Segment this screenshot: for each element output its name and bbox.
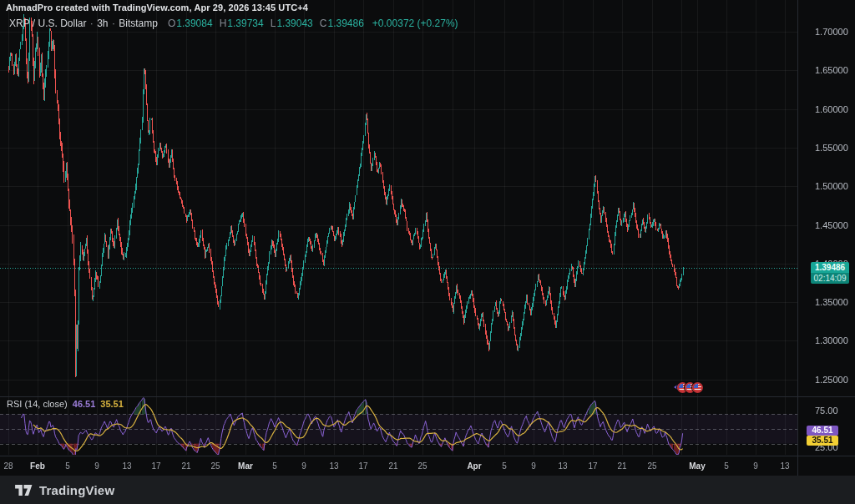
price-axis[interactable]: 1.700001.650001.600001.550001.500001.450… [797,0,855,476]
tradingview-brand[interactable]: TradingView [39,483,114,497]
legend-separator: · [89,18,94,29]
open-value: 1.39084 [176,18,212,29]
tradingview-logo-icon[interactable] [14,483,33,497]
price-tick-label: 1.30000 [815,335,848,345]
last-price-badge: 1.39486 02:14:09 [811,262,849,284]
time-axis[interactable]: 28Feb5913172125Mar5913172125Apr591317212… [0,456,855,476]
time-tick-label: 13 [329,461,338,471]
us-flag-event-icon[interactable] [692,382,703,393]
time-month-label: Mar [238,461,253,471]
time-tick-label: 13 [780,461,789,471]
footer-bar: TradingView [0,476,855,504]
time-tick-label: 28 [3,461,13,471]
price-tick-label: 1.65000 [815,65,848,75]
price-tick-label: 1.55000 [815,143,848,153]
interval-label: 3h [97,18,108,29]
price-tick-label: 1.35000 [815,297,848,307]
time-tick-label: 13 [558,461,567,471]
price-tick-label: 1.25000 [815,375,848,385]
chart-root: AhmadPro created with TradingView.com, A… [0,0,855,504]
ohlc-values: O1.39084 H1.39734 L1.39043 C1.39486 +0.0… [168,18,458,29]
time-tick-label: 17 [151,461,160,471]
time-tick-label: 25 [647,461,656,471]
price-tick-label: 1.50000 [815,181,848,191]
time-tick-label: 13 [122,461,131,471]
time-tick-label: 25 [210,461,220,471]
time-tick-label: 17 [358,461,367,471]
close-label: C [320,18,327,29]
symbol-name: XRP / U.S. Dollar [9,18,86,29]
rsi-value: 46.51 [73,399,96,409]
price-tick-label: 1.70000 [815,27,848,37]
time-month-label: May [689,461,705,471]
time-tick-label: 21 [617,461,626,471]
time-tick-label: 5 [502,461,507,471]
price-tick-label: 1.60000 [815,104,848,114]
high-label: H [220,18,227,29]
symbol-legend: XRP / U.S. Dollar · 3h · Bitstamp O1.390… [9,18,458,29]
rsi-legend: RSI (14, close) 46.51 35.51 [7,399,124,409]
time-tick-label: 5 [272,461,277,471]
time-tick-label: 5 [65,461,70,471]
event-markers[interactable] [674,381,703,393]
time-tick-label: 9 [301,461,306,471]
attribution-text: AhmadPro created with TradingView.com, A… [6,3,308,13]
price-tick-label: 1.45000 [815,220,848,230]
time-tick-label: 21 [388,461,397,471]
legend-separator: · [111,18,116,29]
pane-resize-handle[interactable] [0,396,855,397]
low-value: 1.39043 [276,18,312,29]
rsi-tick-label: 75.00 [815,406,838,416]
open-label: O [168,18,175,29]
rsi-ma-value: 35.51 [100,399,124,409]
last-price-value: 1.39486 [811,262,849,273]
time-tick-label: 9 [753,461,758,471]
time-tick-label: 9 [531,461,536,471]
time-month-label: Apr [467,461,481,471]
rsi-ma-badge: 35.51 [807,436,838,446]
change-value: +0.00372 (+0.27%) [372,18,458,29]
rsi-value-badge: 46.51 [807,426,838,436]
time-tick-label: 25 [417,461,427,471]
high-value: 1.39734 [227,18,263,29]
exchange-label: Bitstamp [119,18,158,29]
low-label: L [271,18,276,29]
bar-countdown: 02:14:09 [811,273,849,284]
symbol-title[interactable]: XRP / U.S. Dollar · 3h · Bitstamp [9,18,158,29]
time-tick-label: 21 [181,461,190,471]
rsi-title[interactable]: RSI (14, close) [7,399,68,409]
time-tick-label: 17 [588,461,597,471]
time-tick-label: 5 [724,461,729,471]
time-month-label: Feb [30,461,45,471]
close-value: 1.39486 [327,18,363,29]
time-tick-label: 9 [94,461,99,471]
